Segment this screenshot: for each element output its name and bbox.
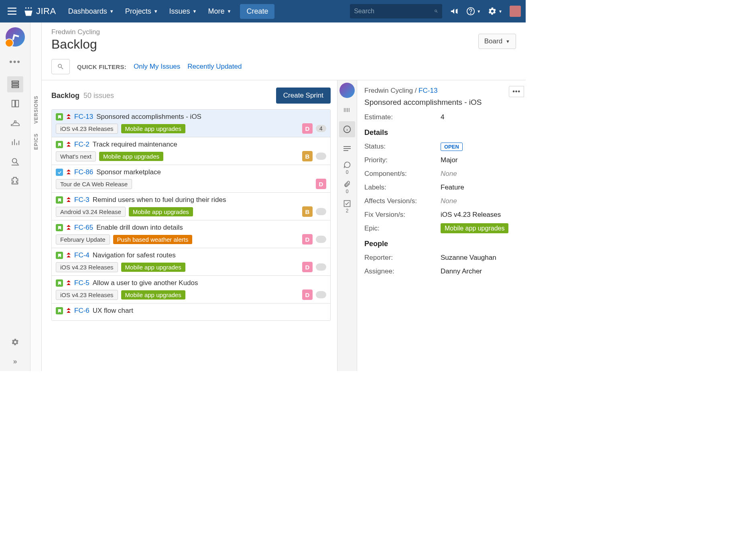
assignee-avatar[interactable]: D [302, 289, 313, 300]
issue-key[interactable]: FC-65 [74, 224, 93, 232]
hamburger-icon[interactable] [5, 4, 19, 18]
issue-item[interactable]: FC-65 Enable drill down into details Feb… [52, 220, 330, 248]
detail-project-avatar[interactable] [339, 83, 355, 98]
search-box[interactable] [350, 4, 442, 18]
epic-pill[interactable]: Mobile app upgrades [129, 207, 193, 216]
epic-pill[interactable]: Mobile app upgrades [121, 263, 185, 272]
fix-label: Fix Version/s: [364, 211, 441, 219]
issue-item[interactable]: FC-86 Sponsor marketplace Tour de CA Web… [52, 165, 330, 193]
breadcrumb: Fredwin Cycling / FC-13 [364, 87, 526, 95]
logo-text: JIRA [36, 6, 56, 16]
issue-item[interactable]: FC-4 Navigation for safest routes iOS v4… [52, 248, 330, 276]
version-pill[interactable]: Android v3.24 Release [56, 207, 126, 217]
issue-item[interactable]: FC-3 Remind users when to fuel during th… [52, 193, 330, 220]
issue-key[interactable]: FC-86 [74, 168, 93, 176]
affects-value[interactable]: None [441, 197, 457, 205]
detail-rail-details-icon[interactable] [339, 121, 355, 137]
nav-dashboards[interactable]: Dashboards▼ [63, 4, 119, 19]
assignee-avatar[interactable]: B [302, 206, 313, 217]
status-badge[interactable]: OPEN [441, 143, 463, 151]
filter-recently-updated[interactable]: Recently Updated [187, 63, 242, 71]
story-type-icon [56, 252, 63, 259]
issue-key[interactable]: FC-2 [74, 141, 89, 149]
breadcrumb-project[interactable]: Fredwin Cycling [364, 87, 413, 94]
backlog-count: 50 issues [83, 92, 114, 100]
jira-logo[interactable]: JIRA [23, 6, 56, 16]
project-name[interactable]: Fredwin Cycling [51, 28, 478, 36]
labels-value[interactable]: Feature [441, 183, 464, 192]
story-type-icon [56, 279, 63, 287]
breadcrumb-key[interactable]: FC-13 [419, 87, 437, 94]
assignee-avatar[interactable]: D [302, 262, 313, 272]
assignee-avatar[interactable]: B [302, 151, 313, 161]
version-pill[interactable]: Tour de CA Web Release [56, 179, 132, 189]
rail-backlog-icon[interactable] [7, 76, 23, 92]
version-pill[interactable]: What's next [56, 151, 96, 161]
issue-key[interactable]: FC-4 [74, 251, 89, 259]
priority-value[interactable]: Major [441, 156, 458, 164]
project-avatar[interactable] [6, 27, 25, 47]
estimate-value[interactable]: 4 [441, 113, 444, 121]
rail-releases-icon[interactable] [7, 115, 23, 131]
detail-rail-description-icon[interactable] [339, 141, 355, 157]
epic-pill[interactable]: Mobile app upgrades [99, 152, 163, 161]
reporter-value[interactable]: Suzanne Vaughan [441, 254, 496, 262]
issue-item[interactable]: FC-13 Sponsored accomplishments - iOS iO… [52, 110, 330, 137]
reporter-label: Reporter: [364, 254, 441, 262]
assignee-avatar[interactable]: D [302, 123, 313, 134]
assignee-avatar[interactable]: D [302, 234, 313, 245]
issue-item[interactable]: FC-2 Track required maintenance What's n… [52, 137, 330, 165]
detail-more-button[interactable]: ••• [509, 86, 524, 97]
issue-key[interactable]: FC-5 [74, 279, 89, 287]
issue-item[interactable]: FC-5 Allow a user to give another Kudos … [52, 276, 330, 304]
detail-rail-subtasks-icon[interactable]: 2 [339, 198, 355, 214]
svg-rect-0 [8, 8, 16, 9]
priority-icon [66, 141, 71, 148]
rail-settings-icon[interactable] [7, 334, 23, 350]
nav-more[interactable]: More▼ [203, 4, 236, 19]
assignee-avatar[interactable]: D [316, 179, 326, 189]
board-dropdown[interactable]: Board▼ [478, 34, 516, 49]
assignee-value[interactable]: Danny Archer [441, 267, 482, 275]
version-pill[interactable]: iOS v4.23 Releases [56, 124, 118, 134]
settings-icon[interactable]: ▼ [488, 7, 502, 16]
versions-tab[interactable]: VERSIONS [33, 91, 40, 128]
detail-rail-fields-icon[interactable] [339, 102, 355, 118]
epic-pill[interactable]: Mobile app upgrades [121, 124, 185, 133]
user-avatar[interactable] [510, 6, 521, 17]
components-value[interactable]: None [441, 170, 457, 178]
search-input[interactable] [354, 8, 434, 15]
rail-board-icon[interactable] [7, 96, 23, 112]
help-icon[interactable]: ▼ [466, 7, 481, 16]
nav-issues[interactable]: Issues▼ [165, 4, 202, 19]
issue-item[interactable]: FC-6 UX flow chart [52, 304, 330, 320]
issue-key[interactable]: FC-6 [74, 307, 89, 315]
version-pill[interactable]: iOS v4.23 Releases [56, 290, 118, 300]
svg-line-19 [16, 162, 18, 165]
epic-pill[interactable]: Push based weather alerts [113, 235, 193, 244]
epic-pill[interactable]: Mobile app upgrades [121, 290, 185, 300]
rail-more-icon[interactable]: ••• [7, 54, 23, 70]
create-button[interactable]: Create [240, 4, 274, 19]
epic-badge[interactable]: Mobile app upgrades [441, 223, 508, 233]
detail-rail-comments-icon[interactable]: 0 [339, 160, 355, 176]
issue-key[interactable]: FC-3 [74, 196, 89, 204]
megaphone-icon[interactable] [449, 6, 459, 16]
rail-reports-icon[interactable] [7, 134, 23, 150]
rail-issues-icon[interactable] [7, 153, 23, 169]
estimate-pill [316, 208, 326, 215]
estimate-pill [316, 153, 326, 160]
detail-rail-attachments-icon[interactable]: 0 [339, 179, 355, 195]
nav-projects[interactable]: Projects▼ [120, 4, 163, 19]
rail-expand-icon[interactable]: » [7, 353, 23, 369]
issue-key[interactable]: FC-13 [74, 113, 93, 121]
filter-only-my-issues[interactable]: Only My Issues [134, 63, 180, 71]
fix-value[interactable]: iOS v4.23 Releases [441, 211, 501, 219]
create-sprint-button[interactable]: Create Sprint [276, 88, 331, 104]
version-pill[interactable]: February Update [56, 234, 110, 245]
epics-tab[interactable]: EPICS [33, 128, 40, 155]
version-pill[interactable]: iOS v4.23 Releases [56, 262, 118, 272]
filter-search-button[interactable] [51, 59, 70, 74]
rail-addons-icon[interactable] [7, 173, 23, 189]
svg-point-3 [25, 7, 26, 8]
